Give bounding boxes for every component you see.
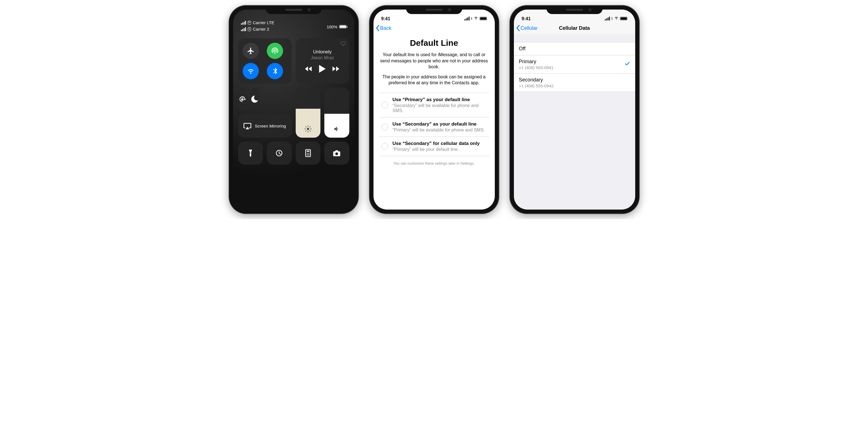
option-secondary-default[interactable]: Use “Secondary” as your default line “Pr… bbox=[379, 117, 489, 137]
camera-icon bbox=[333, 149, 341, 157]
option-subtitle: “Primary” will be your default line. bbox=[393, 147, 480, 152]
option-primary-default[interactable]: Use “Primary” as your default line “Seco… bbox=[379, 93, 489, 117]
rewind-icon[interactable] bbox=[305, 66, 312, 71]
options-list: Use “Primary” as your default line “Seco… bbox=[379, 93, 489, 156]
option-subtitle: “Secondary” will be available for phone … bbox=[393, 103, 488, 113]
airplay-icon bbox=[340, 41, 346, 46]
row-off[interactable]: Off bbox=[514, 42, 635, 55]
bluetooth-toggle[interactable] bbox=[267, 63, 283, 79]
battery-icon bbox=[479, 17, 487, 20]
media-artist: Jason Mraz bbox=[311, 55, 334, 60]
screen-mirroring-button[interactable]: Screen Mirroring bbox=[238, 115, 292, 138]
svg-point-3 bbox=[307, 153, 308, 154]
row-subtitle: +1 (408) 555-0942 bbox=[519, 83, 554, 88]
row-secondary[interactable]: Secondary +1 (408) 555-0942 bbox=[514, 73, 635, 92]
sim-s-icon: S bbox=[248, 27, 251, 31]
chevron-left-icon bbox=[376, 25, 380, 31]
option-title: Use “Primary” as your default line bbox=[393, 97, 488, 102]
airplane-mode-toggle[interactable] bbox=[243, 43, 259, 59]
media-panel[interactable]: Unlonely Jason Mraz bbox=[296, 38, 349, 84]
carrier-1-status: P Carrier LTE bbox=[241, 20, 274, 25]
carrier-1-label: Carrier LTE bbox=[253, 20, 274, 25]
signal-bars-icon bbox=[464, 17, 469, 21]
carrier-2-status: S Carrier 2 bbox=[241, 27, 274, 31]
brightness-slider[interactable] bbox=[296, 88, 321, 138]
page-description-2: The people in your address book can be a… bbox=[379, 74, 489, 86]
orientation-lock-icon bbox=[238, 95, 247, 104]
signal-bars-icon bbox=[241, 27, 246, 31]
notch bbox=[266, 6, 322, 14]
camera-button[interactable] bbox=[324, 142, 349, 165]
forward-icon[interactable] bbox=[333, 66, 340, 71]
calculator-icon bbox=[304, 149, 312, 157]
row-title: Off bbox=[519, 46, 526, 52]
media-track-title: Unlonely bbox=[313, 49, 332, 55]
radio-icon bbox=[381, 124, 388, 130]
row-primary[interactable]: Primary +1 (408) 555-0941 bbox=[514, 55, 635, 73]
back-button[interactable]: Back bbox=[376, 25, 392, 31]
volume-slider[interactable] bbox=[324, 88, 349, 138]
carrier-2-label: Carrier 2 bbox=[253, 27, 269, 31]
back-button[interactable]: Cellular bbox=[516, 25, 538, 31]
airplane-icon bbox=[247, 47, 255, 55]
radio-icon bbox=[381, 102, 388, 109]
svg-rect-2 bbox=[307, 151, 309, 152]
notch bbox=[547, 6, 602, 14]
battery-icon bbox=[339, 25, 346, 28]
row-subtitle: +1 (408) 555-0941 bbox=[519, 65, 554, 70]
option-title: Use “Secondary” for cellular data only bbox=[393, 141, 480, 146]
battery-icon bbox=[620, 17, 627, 20]
row-title: Secondary bbox=[519, 77, 554, 83]
footnote: You can customize these settings later i… bbox=[379, 161, 489, 166]
timer-icon bbox=[275, 149, 283, 157]
wifi-toggle[interactable] bbox=[243, 63, 259, 79]
screen-mirroring-icon bbox=[243, 122, 252, 130]
flashlight-button[interactable] bbox=[238, 142, 263, 165]
option-secondary-data-only[interactable]: Use “Secondary” for cellular data only “… bbox=[379, 137, 489, 156]
flashlight-icon bbox=[246, 149, 255, 157]
chevron-left-icon bbox=[516, 25, 520, 31]
option-title: Use “Secondary” as your default line bbox=[393, 121, 485, 127]
svg-point-4 bbox=[308, 153, 309, 154]
connectivity-panel[interactable] bbox=[238, 38, 292, 84]
svg-point-7 bbox=[308, 154, 309, 155]
do-not-disturb-toggle[interactable] bbox=[250, 88, 259, 111]
radio-icon bbox=[381, 143, 388, 150]
cellular-data-list: Off Primary +1 (408) 555-0941 Secondary … bbox=[514, 42, 635, 92]
cellular-antenna-icon bbox=[271, 47, 279, 55]
svg-point-11 bbox=[309, 155, 309, 156]
svg-point-9 bbox=[307, 155, 308, 156]
sim-p-icon: P bbox=[248, 21, 251, 25]
battery-percent: 100% bbox=[327, 24, 337, 29]
row-title: Primary bbox=[519, 59, 554, 65]
moon-icon bbox=[250, 95, 259, 104]
wifi-icon bbox=[614, 16, 619, 21]
volume-icon bbox=[333, 125, 340, 132]
orientation-lock-toggle[interactable] bbox=[238, 88, 247, 111]
checkmark-icon bbox=[624, 61, 630, 68]
wifi-icon bbox=[247, 67, 255, 75]
brightness-icon bbox=[304, 125, 312, 132]
nav-bar: Cellular Cellular Data bbox=[514, 22, 635, 34]
status-time: 9:41 bbox=[522, 16, 531, 21]
play-icon[interactable] bbox=[319, 65, 326, 73]
page-description-1: Your default line is used for iMessage, … bbox=[379, 52, 489, 70]
phone-default-line: 9:41 ! Back Default Line Your default li… bbox=[370, 6, 499, 213]
status-time: 9:41 bbox=[381, 16, 390, 21]
cellular-data-toggle[interactable] bbox=[267, 43, 283, 59]
page-title: Default Line bbox=[379, 38, 489, 48]
notch bbox=[406, 6, 462, 14]
phone-cellular-data: 9:41 ! Cellular Cellular Data bbox=[510, 6, 639, 213]
svg-point-8 bbox=[309, 154, 309, 155]
back-label: Cellular bbox=[521, 25, 538, 31]
bluetooth-icon bbox=[271, 67, 279, 75]
svg-point-0 bbox=[307, 128, 309, 130]
nav-bar: Back bbox=[373, 22, 495, 34]
option-subtitle: “Primary” will be available for phone an… bbox=[393, 127, 485, 132]
timer-button[interactable] bbox=[267, 142, 292, 165]
svg-point-6 bbox=[307, 154, 308, 155]
phone-control-center: P Carrier LTE S Carrier 2 100% bbox=[229, 6, 358, 213]
screen-mirroring-label: Screen Mirroring bbox=[255, 124, 286, 128]
back-label: Back bbox=[380, 25, 392, 31]
calculator-button[interactable] bbox=[296, 142, 321, 165]
